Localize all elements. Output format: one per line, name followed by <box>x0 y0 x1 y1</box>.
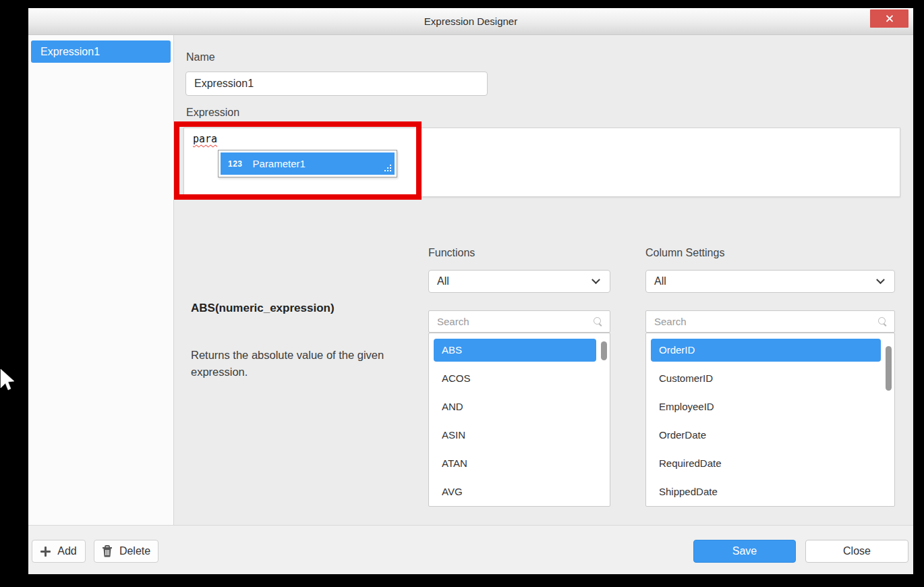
chevron-down-icon <box>876 275 885 284</box>
functions-filter-value: All <box>437 275 593 287</box>
main-panel: Name Expression para 123 Parameter1 ABS(… <box>174 35 913 525</box>
list-item[interactable]: AND <box>434 395 596 418</box>
functions-search-box <box>428 310 610 333</box>
close-icon <box>885 14 894 23</box>
save-button[interactable]: Save <box>693 540 796 563</box>
sidebar-item-expression1[interactable]: Expression1 <box>31 40 171 63</box>
columns-search-input[interactable] <box>646 311 894 332</box>
autocomplete-item-label: Parameter1 <box>253 158 306 169</box>
list-item[interactable]: ACOS <box>434 367 596 390</box>
column-settings-label: Column Settings <box>645 247 895 259</box>
plus-icon <box>40 547 51 557</box>
add-button-label: Add <box>57 545 76 557</box>
list-item[interactable]: CustomerID <box>651 367 881 390</box>
functions-scrollbar-thumb[interactable] <box>601 341 607 360</box>
name-input[interactable] <box>185 72 488 96</box>
numeric-type-icon: 123 <box>228 159 243 169</box>
functions-label: Functions <box>428 247 610 259</box>
expression-label: Expression <box>186 107 239 119</box>
list-item[interactable]: EmployeeID <box>651 395 881 418</box>
chevron-down-icon <box>591 275 600 284</box>
list-item[interactable]: ASIN <box>434 424 596 447</box>
add-button[interactable]: Add <box>32 540 86 563</box>
function-signature: ABS(numeric_expression) <box>191 302 335 315</box>
name-label: Name <box>186 51 215 63</box>
expression-list-sidebar: Expression1 <box>28 35 174 525</box>
mouse-cursor <box>0 368 15 392</box>
autocomplete-popup: 123 Parameter1 <box>218 150 397 177</box>
close-button-label: Close <box>843 545 871 557</box>
functions-search-input[interactable] <box>429 311 610 332</box>
delete-button[interactable]: Delete <box>94 540 158 563</box>
save-button-label: Save <box>732 545 757 557</box>
columns-scrollbar-thumb[interactable] <box>886 346 892 391</box>
expression-designer-dialog: Expression Designer Expression1 Name Exp… <box>28 8 913 574</box>
function-description: Returns the absolute value of the given … <box>191 347 424 381</box>
list-item[interactable]: OrderDate <box>651 424 881 447</box>
functions-list: ABSACOSANDASINATANAVG <box>428 333 610 507</box>
trash-icon <box>102 545 113 557</box>
list-item[interactable]: ShippedDate <box>651 480 881 503</box>
autocomplete-item-parameter1[interactable]: 123 Parameter1 <box>221 152 395 175</box>
functions-filter-select[interactable]: All <box>428 270 610 293</box>
window-close-button[interactable] <box>870 9 908 28</box>
footer-bar: Add Delete Save Close <box>28 525 913 574</box>
title-bar: Expression Designer <box>28 8 913 35</box>
list-item[interactable]: ATAN <box>434 452 596 475</box>
delete-button-label: Delete <box>119 545 150 557</box>
window-title: Expression Designer <box>28 8 913 35</box>
columns-search-box <box>645 310 895 333</box>
list-item[interactable]: AVG <box>434 480 596 503</box>
expression-text: para <box>193 133 217 145</box>
resize-grip-icon[interactable] <box>390 170 391 171</box>
list-item[interactable]: ABS <box>434 339 596 362</box>
close-button[interactable]: Close <box>805 540 908 563</box>
list-item[interactable]: RequiredDate <box>651 452 881 475</box>
dialog-body: Expression1 Name Expression para 123 Par… <box>28 35 913 525</box>
list-item[interactable]: OrderID <box>651 339 881 362</box>
columns-list: OrderIDCustomerIDEmployeeIDOrderDateRequ… <box>645 333 895 507</box>
columns-filter-value: All <box>654 275 877 287</box>
columns-filter-select[interactable]: All <box>645 270 895 293</box>
